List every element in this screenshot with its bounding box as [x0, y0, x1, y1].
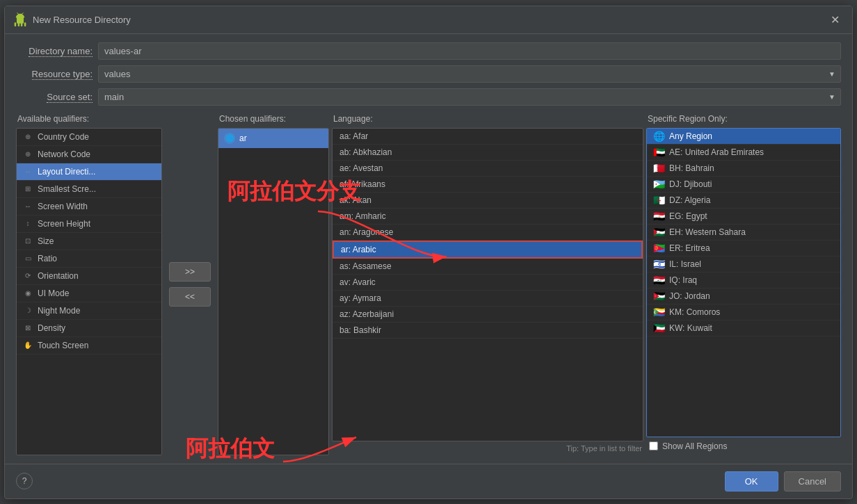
available-qualifiers-list: ⊕Country Code⊕Network Code↔Layout Direct…	[16, 128, 162, 455]
qualifier-item[interactable]: ◉UI Mode	[17, 285, 161, 302]
qualifier-item[interactable]: ⊞Smallest Scre...	[17, 181, 161, 198]
available-qualifiers-panel: Available qualifiers: ⊕Country Code⊕Netw…	[16, 114, 162, 455]
directory-name-label: Directory name:	[16, 46, 93, 56]
region-item[interactable]: 🇮🇱IL: Israel	[647, 257, 840, 273]
resource-type-select-wrapper: values	[98, 65, 841, 83]
globe-icon: 🌐	[224, 133, 235, 144]
language-panel: Language: aa: Afarab: Abkhazianae: Avest…	[332, 114, 643, 455]
android-icon	[13, 13, 27, 26]
region-item[interactable]: 🇰🇲KM: Comoros	[647, 304, 840, 320]
qualifier-icon: ⊠	[22, 323, 33, 334]
title-bar-left: New Resource Directory	[13, 13, 131, 26]
region-item[interactable]: 🇩🇯DJ: Djibouti	[647, 177, 840, 193]
chosen-qualifiers-title: Chosen qualifiers:	[218, 114, 329, 124]
region-item[interactable]: 🇪🇷ER: Eritrea	[647, 241, 840, 257]
qualifier-icon: ✋	[22, 340, 33, 351]
new-resource-directory-dialog: New Resource Directory ✕ Directory name:…	[4, 6, 853, 499]
title-bar: New Resource Directory ✕	[5, 6, 852, 34]
ok-button[interactable]: OK	[725, 471, 778, 491]
qualifier-icon: ⊕	[22, 131, 33, 143]
qualifier-icon: ⊞	[22, 184, 33, 195]
tip-text: Tip: Type in list to filter	[332, 441, 643, 455]
language-item[interactable]: av: Avaric	[333, 275, 643, 291]
region-item[interactable]: 🇧🇭BH: Bahrain	[647, 161, 840, 177]
remove-qualifier-button[interactable]: <<	[169, 287, 211, 307]
help-button[interactable]: ?	[16, 473, 33, 489]
dialog-title: New Resource Directory	[33, 15, 131, 25]
language-title: Language:	[332, 114, 643, 124]
language-item[interactable]: ak: Akan	[333, 193, 643, 209]
qualifier-item[interactable]: ↕Screen Height	[17, 216, 161, 233]
language-item[interactable]: ay: Aymara	[333, 291, 643, 307]
qualifier-item[interactable]: ⟳Orientation	[17, 268, 161, 285]
region-item[interactable]: 🇪🇬EG: Egypt	[647, 209, 840, 225]
language-item[interactable]: ar: Arabic	[333, 241, 643, 259]
cancel-button[interactable]: Cancel	[784, 471, 841, 491]
available-qualifiers-title: Available qualifiers:	[16, 114, 162, 124]
form-area: Directory name: Resource type: values So…	[5, 34, 852, 114]
region-flag: 🇪🇬	[652, 212, 665, 220]
qualifier-icon: ↔	[22, 201, 33, 212]
resource-type-select[interactable]: values	[98, 65, 841, 83]
region-item[interactable]: 🇯🇴JO: Jordan	[647, 288, 840, 304]
region-flag: 🇩🇿	[652, 196, 665, 204]
source-set-label: Source set:	[16, 92, 93, 102]
qualifier-item[interactable]: ↔Layout Directi...	[17, 163, 161, 181]
resource-type-row: Resource type: values	[16, 65, 841, 83]
qualifier-item[interactable]: ⊠Density	[17, 320, 161, 337]
region-flag: 🇪🇭	[652, 228, 665, 236]
language-list[interactable]: aa: Afarab: Abkhazianae: Avestanaf: Afri…	[332, 128, 643, 441]
show-all-regions-checkbox[interactable]	[649, 441, 658, 450]
close-button[interactable]: ✕	[826, 12, 844, 28]
language-item[interactable]: ae: Avestan	[333, 161, 643, 177]
region-item[interactable]: 🇪🇭EH: Western Sahara	[647, 225, 840, 241]
region-item[interactable]: 🇮🇶IQ: Iraq	[647, 273, 840, 288]
qualifier-item[interactable]: ⊡Size	[17, 233, 161, 250]
qualifier-item[interactable]: ↔Screen Width	[17, 198, 161, 216]
directory-name-input[interactable]	[98, 42, 841, 60]
region-flag: 🇪🇷	[652, 244, 665, 252]
region-list[interactable]: 🌐Any Region🇦🇪AE: United Arab Emirates🇧🇭B…	[646, 128, 841, 437]
bottom-bar: ? OK Cancel	[5, 464, 852, 498]
language-item[interactable]: ba: Bashkir	[333, 323, 643, 339]
language-item[interactable]: az: Azerbaijani	[333, 307, 643, 323]
qualifier-item[interactable]: ☽Night Mode	[17, 302, 161, 320]
qualifier-item[interactable]: ⊕Network Code	[17, 146, 161, 163]
qualifier-item[interactable]: ✋Touch Screen	[17, 337, 161, 355]
qualifier-item[interactable]: ⊕Country Code	[17, 129, 161, 146]
show-all-regions-label: Show All Regions	[662, 441, 727, 451]
add-qualifier-button[interactable]: >>	[169, 262, 211, 282]
region-panel: Specific Region Only: 🌐Any Region🇦🇪AE: U…	[646, 114, 841, 455]
region-flag: 🇰🇲	[652, 308, 665, 316]
region-flag: 🇰🇼	[652, 324, 665, 332]
region-title: Specific Region Only:	[646, 114, 841, 124]
region-item[interactable]: 🌐Any Region	[647, 129, 840, 145]
region-flag: 🇮🇶	[652, 276, 665, 284]
region-item[interactable]: 🇩🇿DZ: Algeria	[647, 193, 840, 209]
region-flag: 🇦🇪	[652, 148, 665, 156]
chosen-qualifiers-panel: Chosen qualifiers: 🌐ar	[218, 114, 329, 455]
resource-type-label: Resource type:	[16, 69, 93, 79]
directory-name-row: Directory name:	[16, 42, 841, 60]
qualifier-item[interactable]: ▭Ratio	[17, 250, 161, 268]
language-item[interactable]: as: Assamese	[333, 259, 643, 275]
language-item[interactable]: aa: Afar	[333, 129, 643, 145]
qualifier-icon: ⟳	[22, 270, 33, 282]
source-set-select[interactable]: main	[98, 88, 841, 106]
qualifier-icon: ⊡	[22, 236, 33, 247]
region-flag: 🇩🇯	[652, 180, 665, 188]
language-item[interactable]: am: Amharic	[333, 209, 643, 225]
language-item[interactable]: af: Afrikaans	[333, 177, 643, 193]
qualifier-icon: ◉	[22, 288, 33, 299]
dialog-actions: OK Cancel	[725, 471, 841, 491]
main-content: Available qualifiers: ⊕Country Code⊕Netw…	[5, 114, 852, 464]
chosen-qualifier-item[interactable]: 🌐ar	[218, 129, 328, 148]
language-item[interactable]: an: Aragonese	[333, 225, 643, 241]
region-item[interactable]: 🇦🇪AE: United Arab Emirates	[647, 145, 840, 161]
region-item[interactable]: 🇰🇼KW: Kuwait	[647, 320, 840, 336]
region-flag: 🌐	[652, 132, 665, 140]
qualifier-icon: ☽	[22, 305, 33, 316]
region-flag: 🇮🇱	[652, 260, 665, 268]
language-item[interactable]: ab: Abkhazian	[333, 145, 643, 161]
region-footer: Show All Regions	[646, 437, 841, 455]
